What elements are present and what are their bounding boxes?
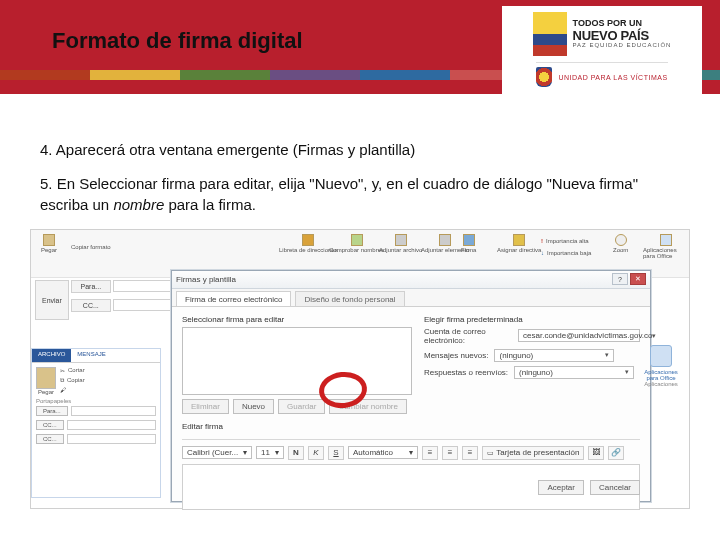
logo-todos-por-un-nuevo-pais: TODOS POR UN NUEVO PAÍS PAZ EQUIDAD EDUC… [533,12,672,56]
paste-large-icon [36,367,56,389]
business-card-button[interactable]: ▭ Tarjeta de presentación [482,446,584,460]
cc-button[interactable]: CC... [71,299,111,312]
apps-office-icon [650,345,672,367]
slide-header: Formato de firma digital TODOS POR UN NU… [0,0,720,118]
apps-office-tile[interactable]: Aplicaciones para Office Aplicaciones [641,345,681,387]
cancel-button[interactable]: Cancelar [590,480,640,495]
cut-row[interactable]: ✂Cortar [60,367,85,374]
attach-file-icon [395,234,407,246]
help-button[interactable]: ? [612,273,628,285]
step-5-emphasis: nombre [113,196,164,213]
ribbon-importance-low-label: Importancia baja [547,250,591,256]
logo-block: TODOS POR UN NUEVO PAÍS PAZ EQUIDAD EDUC… [502,6,702,118]
ribbon-assign-policy[interactable]: Asignar directiva [497,234,541,253]
chevron-down-icon: ▾ [409,448,413,457]
ribbon-assign-policy-label: Asignar directiva [497,247,541,253]
apps-icon [660,234,672,246]
tab-personal-stationery[interactable]: Diseño de fondo personal [295,291,404,306]
unidad-text: UNIDAD PARA LAS VÍCTIMAS [558,74,667,81]
ok-button[interactable]: Aceptar [538,480,584,495]
reply-combo[interactable]: (ninguno)▾ [514,366,634,379]
account-label: Cuenta de correo electrónico: [424,327,512,345]
address-book-icon [302,234,314,246]
ribbon-paste[interactable]: Pegar [41,234,57,253]
slide-body: 4. Aparecerá otra ventana emergente (Fir… [0,118,720,215]
importance-high-icon: ! [541,238,543,244]
align-left-button[interactable]: ≡ [422,446,438,460]
delete-button[interactable]: Eliminar [182,399,229,414]
tab-mensaje[interactable]: MENSAJE [71,349,111,362]
ribbon-attach-file[interactable]: Adjuntar archivo [379,234,422,253]
cut-label: Cortar [68,367,85,373]
tab-archivo[interactable]: ARCHIVO [32,349,71,362]
copy-icon: ⧉ [60,377,64,384]
ribbon-apps-office[interactable]: Aplicaciones para Office [643,234,689,259]
importance-low-icon: ↓ [541,250,544,256]
ribbon-check-names-label: Comprobar nombres [329,247,384,253]
ribbon-check-names[interactable]: Comprobar nombres [329,234,384,253]
apps-office-label: Aplicaciones para Office [641,369,681,381]
align-center-button[interactable]: ≡ [442,446,458,460]
w2-para-field[interactable] [71,406,156,416]
new-msgs-label: Mensajes nuevos: [424,351,488,360]
chevron-down-icon: ▾ [652,332,656,340]
new-msgs-combo[interactable]: (ninguno)▾ [494,349,614,362]
ribbon-signature[interactable]: Firma [461,234,476,253]
attach-item-icon [439,234,451,246]
select-signature-label: Seleccionar firma para editar [182,315,412,324]
ribbon-apps-office-label: Aplicaciones para Office [643,247,689,259]
link-button[interactable]: 🔗 [608,446,624,460]
w2-cc-button[interactable]: CC... [36,420,64,430]
font-combo[interactable]: Calibri (Cuer...▾ [182,446,252,459]
image-button[interactable]: 🖼 [588,446,604,460]
account-combo[interactable]: cesar.conde@unidadvictimas.gov.co▾ [518,329,640,342]
logo-unidad-victimas: UNIDAD PARA LAS VÍCTIMAS [536,62,667,87]
reply-value: (ninguno) [519,368,553,377]
ribbon-attach-file-label: Adjuntar archivo [379,247,422,253]
copy-row[interactable]: ⧉Copiar [60,377,85,384]
signatures-dialog: Firmas y plantilla ? ✕ Firma de correo e… [171,270,651,502]
size-combo[interactable]: 11▾ [256,446,284,459]
send-button[interactable]: Enviar [35,280,69,320]
secondary-tabs: ARCHIVO MENSAJE [32,349,160,363]
account-value: cesar.conde@unidadvictimas.gov.co [523,331,652,340]
clipboard-brush-row[interactable]: 🖌 [60,387,85,393]
rename-button[interactable]: Cambiar nombre [329,399,407,414]
w2-cco-field[interactable] [67,434,156,444]
chevron-down-icon: ▾ [243,448,247,457]
new-msgs-value: (ninguno) [499,351,533,360]
bold-button[interactable]: N [288,446,304,460]
chevron-down-icon: ▾ [625,368,629,376]
chevron-down-icon: ▾ [605,351,609,359]
colombia-flag-icon [533,12,567,56]
reply-label: Respuestas o reenvíos: [424,368,508,377]
size-value: 11 [261,448,270,457]
assign-policy-icon [513,234,525,246]
to-button[interactable]: Para... [71,280,111,293]
outlook-screenshot: Pegar Copiar formato Libreta de direccio… [30,229,690,509]
paste-icon [43,234,55,246]
paste-label[interactable]: Pegar [36,389,56,395]
w2-para-button[interactable]: Para... [36,406,68,416]
align-right-button[interactable]: ≡ [462,446,478,460]
signature-listbox[interactable] [182,327,412,395]
ribbon-zoom[interactable]: Zoom [613,234,628,253]
ribbon-copy-format[interactable]: Copiar formato [71,244,111,250]
default-signature-label: Elegir firma predeterminada [424,315,640,324]
signature-icon [463,234,475,246]
color-combo[interactable]: Automático▾ [348,446,418,459]
close-button[interactable]: ✕ [630,273,646,285]
ribbon-signature-label: Firma [461,247,476,253]
step-5-text-b: para la firma. [164,196,256,213]
scissors-icon: ✂ [60,367,65,374]
new-button[interactable]: Nuevo [233,399,274,414]
ribbon-copy-format-label: Copiar formato [71,244,111,250]
w2-cc-field[interactable] [67,420,156,430]
ribbon-importance-low[interactable]: ↓Importancia baja [541,250,591,256]
ribbon-importance-high[interactable]: !Importancia alta [541,238,589,244]
save-button[interactable]: Guardar [278,399,325,414]
tab-email-signature[interactable]: Firma de correo electrónico [176,291,291,306]
underline-button[interactable]: S [328,446,344,460]
italic-button[interactable]: K [308,446,324,460]
w2-cco-button[interactable]: CC... [36,434,64,444]
